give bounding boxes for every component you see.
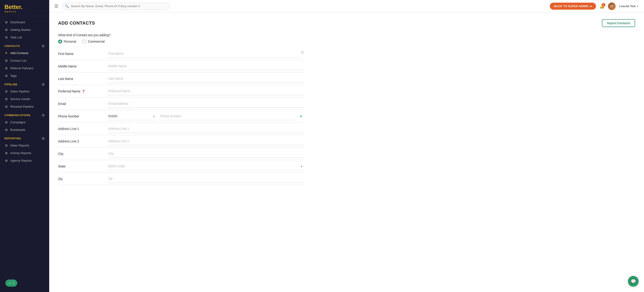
help-icon[interactable]: ❓ [82, 90, 85, 93]
sidebar-item-getting-started[interactable]: ⊞ Getting Started [0, 26, 49, 33]
sidebar-item-agency-reports[interactable]: ⊞ Agency Reports [0, 157, 49, 164]
radio-personal-circle [58, 39, 62, 43]
logo-brand: Better. [4, 4, 45, 10]
chat-icon: 💬 [630, 279, 636, 284]
sidebar-item-contact-list[interactable]: ⊞ Contact List [0, 57, 49, 64]
state-select[interactable]: Select State AlabamaAlaskaArizona Califo… [107, 162, 304, 170]
sales-pipeline-icon: ⊞ [4, 90, 8, 93]
search-icon: 🔍 [65, 4, 69, 8]
input-email[interactable] [107, 100, 304, 108]
page-header: ADD CONTACTS Import Contacts [58, 19, 635, 27]
sidebar-label-activity-reports: Activity Reports [10, 151, 31, 155]
input-city[interactable] [107, 150, 304, 158]
field-email [107, 100, 304, 108]
input-last-name[interactable] [107, 75, 304, 83]
user-name-dropdown[interactable]: Leauda Test ▼ [619, 4, 639, 8]
check-icon: ✓ [8, 281, 11, 285]
notification-bell[interactable]: 🔔 5 [600, 4, 604, 9]
topbar: ☰ 🔍 BACK TO SUPER ADMIN »» 🔔 5 LT Leauda… [49, 0, 644, 12]
search-input[interactable] [62, 2, 170, 10]
sidebar-item-service-center[interactable]: ⊞ Service Center [0, 95, 49, 103]
activity-reports-icon: ⊞ [4, 151, 8, 155]
add-icon: + [4, 51, 8, 55]
form-row-state: State Select State AlabamaAlaskaArizona … [58, 162, 304, 172]
form-row-phone: Phone Number Mobile Home Work Other ▾ [58, 112, 304, 123]
sidebar-label-getting-started: Getting Started [10, 28, 31, 31]
sidebar-item-tags[interactable]: ⊞ Tags [0, 72, 49, 79]
sidebar-label-campaigns: Campaigns [10, 121, 26, 124]
pipeline-collapse-icon[interactable]: ⊟ [42, 83, 45, 86]
sidebar-label-task-list: Task List [10, 36, 22, 39]
getting-started-icon: ⊞ [4, 28, 8, 31]
field-address2 [107, 137, 304, 145]
form-row-address2: Address Line 2 [58, 137, 304, 147]
sidebar-item-referral-partners[interactable]: ⊞ Referral Partners [0, 64, 49, 72]
form-row-last-name: Last Name [58, 75, 304, 85]
label-first-name: First Name [58, 50, 107, 56]
radio-personal[interactable]: Personal [58, 39, 76, 43]
sidebar-nav: ⊞ Dashboard ⊞ Getting Started ⊞ Task Lis… [0, 16, 49, 292]
label-state: State [58, 162, 107, 168]
sidebar-label-contact-list: Contact List [10, 59, 26, 62]
sidebar-item-dashboard[interactable]: ⊞ Dashboard [0, 18, 49, 26]
reporting-collapse-icon[interactable]: ⊟ [42, 137, 45, 140]
content-area: ADD CONTACTS Import Contacts What kind o… [49, 12, 644, 292]
form-row-email: Email [58, 100, 304, 110]
sidebar-item-task-list[interactable]: ⊞ Task List [0, 33, 49, 41]
input-preferred-name[interactable] [107, 87, 304, 95]
search-wrapper: 🔍 [62, 2, 170, 10]
sidebar-label-add-contacts: Add Contacts [10, 51, 28, 55]
field-middle-name [107, 62, 304, 70]
contacts-collapse-icon[interactable]: ⊟ [42, 44, 45, 48]
input-first-name[interactable] [107, 50, 298, 58]
sidebar-label-tags: Tags [10, 74, 17, 77]
sidebar-label-referral: Referral Partners [10, 67, 33, 70]
contact-type-label: What kind of Contact are you adding? [58, 33, 304, 37]
input-zip[interactable] [107, 175, 304, 183]
sidebar-item-broadcasts[interactable]: ⊞ Broadcasts [0, 126, 49, 134]
form-row-middle-name: Middle Name [58, 62, 304, 73]
contacts-section-header: CONTACTS ⊟ [0, 41, 49, 49]
sidebar-item-sales-pipeline[interactable]: ⊞ Sales Pipeline [0, 88, 49, 95]
contact-type-radio-group: Personal Commercial [58, 39, 304, 43]
import-contacts-button[interactable]: Import Contacts [602, 19, 635, 27]
field-state: Select State AlabamaAlaskaArizona Califo… [107, 162, 304, 170]
communications-section-header: COMMUNICATIONS ⊟ [0, 110, 49, 118]
contact-type-section: What kind of Contact are you adding? Per… [58, 33, 304, 43]
sidebar-label-sales-reports: Sales Reports [10, 144, 29, 147]
label-address1: Address Line 1 [58, 125, 107, 131]
avatar-initials: LT [608, 2, 616, 10]
radio-commercial[interactable]: Commercial [82, 39, 105, 43]
logo: Better. agency [0, 0, 49, 16]
notification-count: 5 [602, 3, 605, 7]
field-first-name [107, 50, 298, 58]
add-contact-form: What kind of Contact are you adding? Per… [58, 33, 304, 185]
sidebar-item-campaigns[interactable]: ⊞ Campaigns [0, 118, 49, 126]
phone-type-wrapper: Mobile Home Work Other ▾ [107, 112, 156, 120]
field-address1 [107, 125, 304, 133]
input-middle-name[interactable] [107, 62, 304, 70]
input-address1[interactable] [107, 125, 304, 133]
phone-type-select[interactable]: Mobile Home Work Other [107, 112, 156, 120]
form-row-zip: Zip [58, 175, 304, 185]
field-zip [107, 175, 304, 183]
back-to-super-admin-button[interactable]: BACK TO SUPER ADMIN »» [550, 3, 596, 9]
chat-widget[interactable]: 💬 [628, 276, 639, 287]
input-address2[interactable] [107, 137, 304, 145]
back-button-label: BACK TO SUPER ADMIN [554, 4, 588, 8]
chevron-down-icon: ▼ [636, 5, 639, 7]
form-row-address1: Address Line 1 [58, 125, 304, 135]
add-phone-button[interactable]: + [298, 114, 304, 119]
sidebar-item-sales-reports[interactable]: ⊞ Sales Reports [0, 142, 49, 149]
campaigns-icon: ⊞ [4, 120, 8, 124]
sidebar-label-sales-pipeline: Sales Pipeline [10, 90, 30, 93]
state-select-wrapper: Select State AlabamaAlaskaArizona Califo… [107, 162, 304, 170]
sidebar-item-activity-reports[interactable]: ⊞ Activity Reports [0, 149, 49, 157]
menu-icon[interactable]: ☰ [54, 4, 58, 9]
label-phone: Phone Number [58, 112, 107, 118]
communications-collapse-icon[interactable]: ⊟ [42, 113, 45, 117]
grid-icon[interactable]: ⊞ [301, 50, 304, 55]
sidebar-item-add-contacts[interactable]: + Add Contacts [0, 49, 49, 57]
sidebar-item-renewal-pipeline[interactable]: ⊞ Renewal Pipeline [0, 103, 49, 110]
input-phone-number[interactable] [159, 112, 295, 120]
